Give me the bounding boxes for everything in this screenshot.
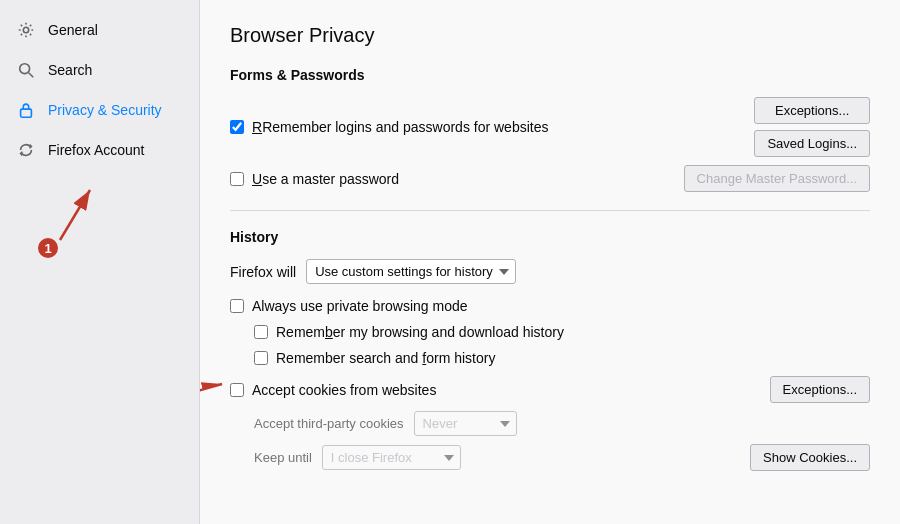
change-master-password-button[interactable]: Change Master Password... [684,165,870,192]
remember-browsing-text: Remember my browsing and download histor… [276,324,564,340]
main-content: Browser Privacy Forms & Passwords RRemem… [200,0,900,524]
remember-search-text: Remember search and form history [276,350,495,366]
accept-cookies-checkbox[interactable] [230,383,244,397]
svg-rect-3 [21,109,32,117]
remember-search-row: Remember search and form history [254,350,870,366]
svg-line-2 [29,73,34,78]
sidebar-item-label: General [48,22,98,38]
always-private-checkbox[interactable] [230,299,244,313]
svg-point-1 [20,64,30,74]
remember-browsing-row: Remember my browsing and download histor… [254,324,870,340]
always-private-label[interactable]: Always use private browsing mode [230,298,468,314]
history-title: History [230,229,870,245]
always-private-text: Always use private browsing mode [252,298,468,314]
saved-logins-button[interactable]: Saved Logins... [754,130,870,157]
gear-icon [16,20,36,40]
master-password-label: Use a master password [252,171,399,187]
sidebar-item-label: Search [48,62,92,78]
sidebar-item-label: Firefox Account [48,142,145,158]
third-party-dropdown[interactable]: Never Always From visited [414,411,517,436]
cookies-exceptions-button[interactable]: Exceptions... [770,376,870,403]
sidebar-item-general[interactable]: General [0,10,199,50]
svg-line-9 [200,384,222,396]
accept-cookies-label[interactable]: Accept cookies from websites [230,382,436,398]
third-party-label: Accept third-party cookies [254,416,404,431]
remember-browsing-checkbox[interactable] [254,325,268,339]
remember-search-checkbox[interactable] [254,351,268,365]
third-party-row: Accept third-party cookies Never Always … [254,411,870,436]
master-password-checkbox-label[interactable]: Use a master password [230,171,399,187]
remember-browsing-label[interactable]: Remember my browsing and download histor… [254,324,564,340]
remember-logins-label: RRemember logins and passwords for websi… [252,119,548,135]
sidebar-item-privacy[interactable]: Privacy & Security [0,90,199,130]
remember-logins-checkbox-label[interactable]: RRemember logins and passwords for websi… [230,119,548,135]
forms-btn-group: Exceptions... Saved Logins... [754,97,870,157]
section-divider [230,210,870,211]
firefox-will-label: Firefox will [230,264,296,280]
search-icon [16,60,36,80]
keep-until-label: Keep until [254,450,312,465]
sidebar-item-label: Privacy & Security [48,102,162,118]
history-dropdown[interactable]: Use custom settings for history Remember… [306,259,516,284]
sidebar-item-search[interactable]: Search [0,50,199,90]
sidebar: General Search Privacy & Security [0,0,200,524]
keep-until-dropdown[interactable]: I close Firefox They expire Ask me every… [322,445,461,470]
remember-search-label[interactable]: Remember search and form history [254,350,495,366]
always-private-row: Always use private browsing mode [230,298,870,314]
svg-point-0 [23,27,28,32]
history-section: History Firefox will Use custom settings… [230,229,870,471]
forms-passwords-section: Forms & Passwords RRemember logins and p… [230,67,870,192]
exceptions-button[interactable]: Exceptions... [754,97,870,124]
lock-icon [16,100,36,120]
sidebar-item-firefox-account[interactable]: Firefox Account [0,130,199,170]
accept-cookies-text: Accept cookies from websites [252,382,436,398]
remember-logins-checkbox[interactable] [230,120,244,134]
svg-text:1: 1 [44,241,51,256]
sync-icon [16,140,36,160]
svg-line-5 [60,190,90,240]
master-password-checkbox[interactable] [230,172,244,186]
history-firefox-will-row: Firefox will Use custom settings for his… [230,259,870,284]
page-title: Browser Privacy [230,24,870,47]
show-cookies-button[interactable]: Show Cookies... [750,444,870,471]
forms-passwords-title: Forms & Passwords [230,67,870,83]
